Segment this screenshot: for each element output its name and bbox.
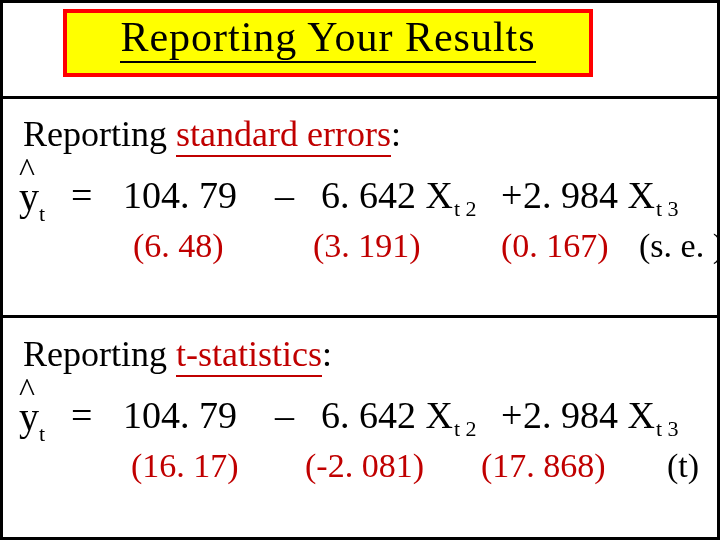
b3-sub: t 3 xyxy=(656,196,679,221)
se-b2: (3. 191) xyxy=(313,227,421,265)
b2-sub: t 2 xyxy=(454,196,477,221)
t-label: (t) xyxy=(667,447,699,485)
divider xyxy=(3,315,717,318)
equation-t: ^ yt = 104. 79 – 6. 642 Xt 2 + 2. 984 Xt… xyxy=(23,387,701,447)
y-sub: t xyxy=(39,201,45,226)
heading-red: t-statistics xyxy=(176,334,322,377)
b2-term: 6. 642 Xt 2 xyxy=(321,393,476,437)
slide: Reporting Your Results Reporting standar… xyxy=(0,0,720,540)
y-sub: t xyxy=(39,421,45,446)
title-text: Reporting Your Results xyxy=(120,14,535,63)
b2-val: 6. 642 X xyxy=(321,394,453,436)
b3-term: 2. 984 Xt 3 xyxy=(523,393,678,437)
b3-val: 2. 984 X xyxy=(523,394,655,436)
se-b3: (0. 167) xyxy=(501,227,609,265)
t-const: (16. 17) xyxy=(131,447,239,485)
divider xyxy=(3,96,717,99)
t-values-row: (16. 17) (-2. 081) (17. 868) (t) xyxy=(23,447,701,493)
heading-red: standard errors xyxy=(176,114,391,157)
hat-symbol: ^ xyxy=(19,151,35,189)
b2-val: 6. 642 X xyxy=(321,174,453,216)
section-t-stats: Reporting t-statistics: ^ yt = 104. 79 –… xyxy=(23,333,701,493)
heading-se: Reporting standard errors: xyxy=(23,113,701,155)
yhat: ^ yt xyxy=(19,173,45,225)
heading-plain: Reporting xyxy=(23,334,176,374)
hat-symbol: ^ xyxy=(19,371,35,409)
eq-sign: = xyxy=(71,173,92,217)
b2-sub: t 2 xyxy=(454,416,477,441)
page-title: Reporting Your Results xyxy=(75,16,581,58)
heading-plain: Reporting xyxy=(23,114,176,154)
const-term: 104. 79 xyxy=(123,393,237,437)
plus-sign: + xyxy=(501,173,522,217)
const-term: 104. 79 xyxy=(123,173,237,217)
t-b2: (-2. 081) xyxy=(305,447,424,485)
b3-val: 2. 984 X xyxy=(523,174,655,216)
eq-sign: = xyxy=(71,393,92,437)
t-b3: (17. 868) xyxy=(481,447,606,485)
se-label: (s. e. ) xyxy=(639,227,720,265)
heading-colon: : xyxy=(322,334,332,374)
yhat: ^ yt xyxy=(19,393,45,445)
minus-sign: – xyxy=(275,393,294,437)
se-values-row: (6. 48) (3. 191) (0. 167) (s. e. ) xyxy=(23,227,701,273)
se-const: (6. 48) xyxy=(133,227,224,265)
minus-sign: – xyxy=(275,173,294,217)
equation-se: ^ yt = 104. 79 – 6. 642 Xt 2 + 2. 984 Xt… xyxy=(23,167,701,227)
heading-t: Reporting t-statistics: xyxy=(23,333,701,375)
title-banner: Reporting Your Results xyxy=(63,9,593,77)
plus-sign: + xyxy=(501,393,522,437)
b2-term: 6. 642 Xt 2 xyxy=(321,173,476,217)
heading-colon: : xyxy=(391,114,401,154)
section-standard-errors: Reporting standard errors: ^ yt = 104. 7… xyxy=(23,113,701,273)
b3-term: 2. 984 Xt 3 xyxy=(523,173,678,217)
b3-sub: t 3 xyxy=(656,416,679,441)
